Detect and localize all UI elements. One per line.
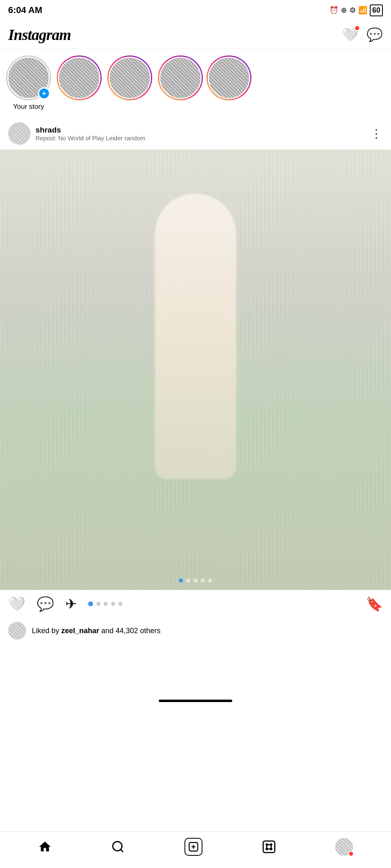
post-image-overlay: [0, 150, 391, 590]
story-item-3[interactable]: [105, 55, 154, 103]
svg-point-4: [266, 844, 267, 845]
like-button[interactable]: 🤍: [8, 596, 25, 612]
search-button[interactable]: [111, 840, 125, 854]
status-bar: 6:04 AM ⏰ ⊕ ⚙ 📶 60: [0, 0, 391, 20]
svg-point-7: [271, 848, 272, 850]
liked-by-text: Liked by zeel_nahar and 44,302 others: [32, 627, 160, 635]
comment-button[interactable]: 💬: [37, 596, 54, 612]
post-image-content: [0, 150, 391, 590]
slide-dot-3: [104, 602, 108, 606]
app-logo: Instagram: [8, 26, 71, 44]
bottom-spacer: [0, 644, 391, 693]
save-button[interactable]: 🔖: [366, 596, 383, 612]
alarm-icon: ⏰: [329, 6, 338, 15]
dot-3: [193, 579, 198, 583]
story-item-2[interactable]: [55, 55, 104, 103]
your-story-label: Your story: [13, 103, 44, 111]
profile-button[interactable]: [335, 838, 353, 856]
dot-1: [179, 579, 183, 583]
reels-button[interactable]: [262, 840, 276, 854]
story-ring-5: [207, 55, 251, 100]
home-indicator: [0, 693, 391, 709]
svg-point-5: [271, 844, 272, 845]
post-user-info: shrads Repost: No World of Play Leider r…: [8, 122, 145, 145]
post-subtitle: Repost: No World of Play Leider random: [36, 135, 145, 141]
liked-by-row: Liked by zeel_nahar and 44,302 others: [0, 618, 391, 644]
dot-2: [186, 579, 190, 583]
story-ring-2: [57, 55, 102, 100]
avatar-placeholder-3: [110, 58, 150, 98]
slide-dot-2: [96, 602, 100, 606]
status-time: 6:04 AM: [8, 5, 42, 15]
post-actions: 🤍 💬 ✈ 🔖: [0, 590, 391, 618]
story-avatar-5: [208, 57, 250, 99]
settings-icon: ⚙: [349, 6, 356, 15]
notification-badge: [354, 25, 360, 31]
story-item-4[interactable]: [156, 55, 205, 103]
slide-dot-5: [118, 602, 122, 606]
stories-row: + Your story: [0, 49, 391, 117]
messenger-icon: 💬: [367, 27, 383, 42]
svg-point-0: [113, 841, 122, 851]
battery-indicator: 60: [370, 4, 383, 16]
slide-dot-4: [111, 602, 115, 606]
liked-by-avatar[interactable]: [8, 622, 26, 640]
post-actions-left: 🤍 💬 ✈: [8, 596, 122, 612]
story-avatar-wrap-your-story: +: [6, 55, 51, 100]
avatar-placeholder-2: [59, 58, 99, 98]
post-avatar-image: [8, 122, 31, 145]
story-item-5[interactable]: [207, 55, 251, 103]
slide-dots: [88, 601, 122, 606]
liked-by-suffix: and 44,302 others: [99, 627, 160, 635]
nfc-icon: ⊕: [341, 6, 347, 15]
post-image-dots: [179, 579, 212, 583]
post-user-text: shrads Repost: No World of Play Leider r…: [36, 126, 145, 141]
liked-by-prefix: Liked by: [32, 627, 61, 635]
share-button[interactable]: ✈: [65, 596, 77, 612]
story-avatar-3: [109, 57, 151, 99]
post-more-button[interactable]: ⋮: [371, 127, 383, 140]
story-avatar-wrap-3: [107, 55, 152, 100]
story-ring-3: [107, 55, 152, 100]
avatar-placeholder-5: [209, 58, 249, 98]
svg-point-6: [266, 848, 267, 850]
post-image: [0, 150, 391, 590]
app-header: Instagram 🤍 💬: [0, 20, 391, 49]
story-ring-4: [158, 55, 203, 100]
story-item-your-story[interactable]: + Your story: [4, 55, 53, 111]
story-avatar-4: [159, 57, 202, 99]
svg-rect-2: [263, 841, 274, 852]
post-username[interactable]: shrads: [36, 126, 145, 135]
post-avatar[interactable]: [8, 122, 31, 145]
home-bar: [159, 700, 232, 702]
story-avatar-wrap-5: [207, 55, 251, 100]
liked-by-username[interactable]: zeel_nahar: [61, 627, 99, 635]
create-button[interactable]: [184, 838, 202, 856]
story-avatar-wrap-4: [158, 55, 203, 100]
story-avatar-wrap-2: [57, 55, 102, 100]
messenger-button[interactable]: 💬: [367, 27, 383, 42]
bottom-nav: [0, 831, 391, 868]
header-icons: 🤍 💬: [342, 27, 383, 42]
add-story-button[interactable]: +: [38, 87, 50, 99]
avatar-placeholder-4: [160, 58, 200, 98]
profile-badge: [348, 851, 354, 857]
home-button[interactable]: [38, 840, 52, 854]
notifications-button[interactable]: 🤍: [342, 27, 358, 42]
slide-dot-1: [88, 601, 93, 606]
dot-5: [208, 579, 212, 583]
dot-4: [201, 579, 205, 583]
status-icons: ⏰ ⊕ ⚙ 📶 60: [329, 4, 383, 16]
story-avatar-2: [58, 57, 100, 99]
post-header: shrads Repost: No World of Play Leider r…: [0, 117, 391, 150]
signal-icon: 📶: [358, 6, 367, 15]
